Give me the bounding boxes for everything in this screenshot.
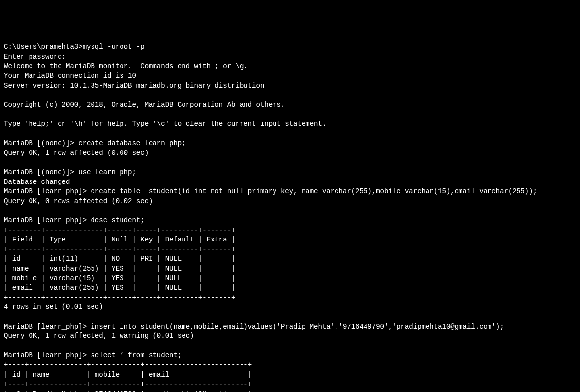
blank-line [4, 129, 576, 139]
blank-line [4, 206, 576, 216]
table-header: | id | name | mobile | email | [4, 370, 576, 380]
blank-line [4, 158, 576, 168]
command-line: MariaDB [(none)]> create database learn_… [4, 139, 576, 149]
blank-line [4, 90, 576, 100]
command-line: C:\Users\pramehta3>mysql -uroot -p [4, 42, 576, 52]
blank-line [4, 312, 576, 322]
output-line: Query OK, 1 row affected (0.00 sec) [4, 149, 576, 158]
output-line: Copyright (c) 2000, 2018, Oracle, MariaD… [4, 100, 576, 110]
output-line: Query OK, 0 rows affected (0.02 sec) [4, 197, 576, 207]
command-line: MariaDB [learn_php]> desc student; [4, 216, 576, 226]
output-line: Welcome to the MariaDB monitor. Commands… [4, 62, 576, 72]
output-line: Database changed [4, 178, 576, 187]
output-line: Type 'help;' or '\h' for help. Type '\c'… [4, 120, 576, 129]
table-header: | Field | Type | Null | Key | Default | … [4, 235, 576, 245]
table-border: +----+--------------+------------+------… [4, 361, 576, 370]
output-line: Enter password: [4, 52, 576, 62]
table-border: +--------+--------------+------+-----+--… [4, 245, 576, 255]
table-row: | name | varchar(255) | YES | | NULL | | [4, 264, 576, 274]
table-border: +--------+--------------+------+-----+--… [4, 226, 576, 236]
command-line: MariaDB [learn_php]> insert into student… [4, 322, 576, 332]
blank-line [4, 110, 576, 120]
terminal-output: C:\Users\pramehta3>mysql -uroot -pEnter … [4, 42, 576, 392]
command-line: MariaDB [learn_php]> create table studen… [4, 187, 576, 197]
table-row: | mobile | varchar(15) | YES | | NULL | … [4, 274, 576, 284]
command-line: MariaDB [(none)]> use learn_php; [4, 168, 576, 178]
table-border: +--------+--------------+------+-----+--… [4, 293, 576, 303]
output-line: Server version: 10.1.35-MariaDB mariadb.… [4, 81, 576, 91]
output-line: 4 rows in set (0.01 sec) [4, 302, 576, 312]
table-row: | id | int(11) | NO | PRI | NULL | | [4, 254, 576, 264]
output-line: Query OK, 1 row affected, 1 warning (0.0… [4, 332, 576, 341]
output-line: Your MariaDB connection id is 10 [4, 71, 576, 81]
table-row: | 0 | Pradip Mehta | 9716449790 | pradip… [4, 390, 576, 392]
table-border: +----+--------------+------------+------… [4, 380, 576, 390]
command-line: MariaDB [learn_php]> select * from stude… [4, 351, 576, 361]
table-row: | email | varchar(255) | YES | | NULL | … [4, 283, 576, 293]
blank-line [4, 341, 576, 351]
